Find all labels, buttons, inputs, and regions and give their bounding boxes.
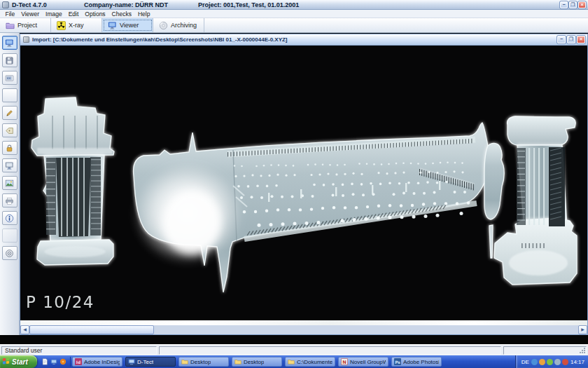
xray-radiograph-image: .blade{stroke:#f2f9fa;stroke-width:1.3;f… <box>22 46 586 320</box>
svg-text:Ps: Ps <box>395 360 400 364</box>
scrollbar-thumb[interactable] <box>29 325 154 334</box>
svg-text:Id: Id <box>76 360 80 364</box>
radiation-icon <box>57 21 66 30</box>
xray-image-canvas[interactable]: .blade{stroke:#f2f9fa;stroke-width:1.3;f… <box>20 46 587 320</box>
system-tray: DE 14:17 <box>515 355 588 368</box>
menu-checks[interactable]: Checks <box>108 11 134 18</box>
module-tabbar: ProjectX-rayViewerArchiving <box>0 18 588 33</box>
taskbar-button-c-dokumente-und-ei[interactable]: C:\Dokumente und Ei... <box>285 357 335 367</box>
tag-icon <box>5 126 14 135</box>
left-toolbar <box>0 33 20 335</box>
photo-icon <box>5 179 14 188</box>
scroll-left-button[interactable]: ◀ <box>20 325 29 334</box>
windows-taskbar: Start IdAdobe InDesign CS3D-TectDesktopD… <box>0 355 588 368</box>
toolbar-button-tag[interactable] <box>2 123 18 137</box>
folder-project-icon <box>6 21 15 30</box>
tab-viewer[interactable]: Viewer <box>102 18 153 32</box>
resize-grip[interactable] <box>579 347 585 353</box>
menu-edit[interactable]: Edit <box>65 11 82 18</box>
menu-help[interactable]: Help <box>134 11 153 18</box>
clock: 14:17 <box>570 359 584 365</box>
horizontal-scrollbar[interactable]: ◀ ▶ <box>20 325 587 334</box>
status-extra-panel <box>503 346 587 355</box>
toolbar-button-print[interactable] <box>2 193 18 207</box>
floppy-icon <box>5 56 14 65</box>
toolbar-button-target[interactable] <box>2 246 18 260</box>
tray-icon[interactable] <box>531 359 538 365</box>
taskbar-button-adobe-indesign-cs3[interactable]: IdAdobe InDesign CS3 <box>72 357 122 367</box>
monitor-gray-icon <box>5 161 14 170</box>
tab-archiving[interactable]: Archiving <box>153 18 204 32</box>
menu-file[interactable]: File <box>2 11 18 18</box>
taskbar-button-desktop[interactable]: Desktop <box>178 357 229 367</box>
film-marker-label: P 10/24 <box>26 293 94 311</box>
viewer-restore-button[interactable]: ❐ <box>567 36 575 43</box>
monitor-icon <box>108 21 117 30</box>
toolbar-button-image[interactable] <box>2 176 18 190</box>
viewer-close-button[interactable]: × <box>577 36 585 43</box>
firefox-icon[interactable] <box>59 358 66 365</box>
viewer-background-strip <box>20 320 587 325</box>
taskbar-button-novell-groupwise-n[interactable]: NNovell GroupWise - N... <box>338 357 388 367</box>
taskbar-button-adobe-photoshop-cs[interactable]: PsAdobe Photoshop CS... <box>391 357 442 367</box>
toolbar-button-blank-2[interactable] <box>2 229 18 243</box>
toolbar-button-film-view[interactable] <box>2 71 18 85</box>
indesign-icon: Id <box>75 358 82 365</box>
folder-icon <box>181 358 188 365</box>
tray-icon[interactable] <box>554 359 561 365</box>
main-window-buttons: − ❐ × <box>560 1 586 8</box>
app-title: D-Tect 4.7.0 <box>12 1 47 8</box>
status-message-panel <box>159 346 501 355</box>
viewer-window-buttons: − ❐ × <box>557 36 585 43</box>
status-bar: Standard user <box>0 344 588 355</box>
client-area-gap <box>0 335 588 344</box>
toolbar-button-blank-1[interactable] <box>2 88 18 102</box>
tray-icon[interactable] <box>562 359 568 365</box>
tab-x-ray[interactable]: X-ray <box>51 18 102 32</box>
start-button[interactable]: Start <box>0 355 37 368</box>
start-button-label: Start <box>12 358 28 366</box>
page-icon[interactable] <box>41 358 48 365</box>
app-icon <box>2 1 9 8</box>
scroll-right-button[interactable]: ▶ <box>578 325 587 334</box>
menu-image[interactable]: Image <box>43 11 66 18</box>
company-title: Company-name: DÜRR NDT <box>84 1 168 8</box>
menu-bar: FileViewerImageEditOptionsChecksHelp <box>0 10 588 18</box>
film-icon <box>5 74 14 83</box>
info-icon <box>5 214 14 223</box>
toolbar-button-info[interactable] <box>2 211 18 225</box>
dtect-icon <box>128 358 135 365</box>
windows-logo-icon <box>2 357 10 367</box>
tray-icon[interactable] <box>547 359 553 365</box>
viewer-minimize-button[interactable]: − <box>557 36 566 43</box>
viewer-window-titlebar[interactable]: Import: [C:\Dokumente und Einstellungen\… <box>20 34 587 46</box>
viewer-child-window: Import: [C:\Dokumente und Einstellungen\… <box>20 34 588 335</box>
showdesk-icon[interactable] <box>50 358 57 365</box>
taskbar-button-desktop[interactable]: Desktop <box>232 357 282 367</box>
menu-viewer[interactable]: Viewer <box>18 11 43 18</box>
quick-launch-bar <box>37 357 71 367</box>
close-button[interactable]: × <box>578 1 586 8</box>
tab-project[interactable]: Project <box>0 18 51 32</box>
lock-icon <box>5 144 14 153</box>
taskbar-buttons: IdAdobe InDesign CS3D-TectDesktopDesktop… <box>71 357 443 367</box>
status-user-panel: Standard user <box>1 346 157 355</box>
target-icon <box>5 249 14 258</box>
toolbar-button-lock[interactable] <box>2 141 18 155</box>
viewer-window-icon <box>23 36 29 43</box>
tray-icon[interactable] <box>539 359 545 365</box>
toolbar-button-annotate[interactable] <box>2 106 18 120</box>
restore-button[interactable]: ❐ <box>569 1 577 8</box>
monitor-blue-icon <box>5 39 14 48</box>
novell-icon: N <box>341 358 348 365</box>
toolbar-button-monitor[interactable] <box>2 158 18 172</box>
folder-icon <box>234 358 241 365</box>
toolbar-button-save[interactable] <box>2 53 18 67</box>
tray-icons <box>531 359 568 365</box>
taskbar-button-d-tect[interactable]: D-Tect <box>125 357 176 367</box>
toolbar-button-viewer[interactable] <box>2 36 18 50</box>
svg-text:N: N <box>342 360 346 365</box>
menu-options[interactable]: Options <box>82 11 108 18</box>
minimize-button[interactable]: − <box>560 1 568 8</box>
language-indicator[interactable]: DE <box>522 359 529 365</box>
